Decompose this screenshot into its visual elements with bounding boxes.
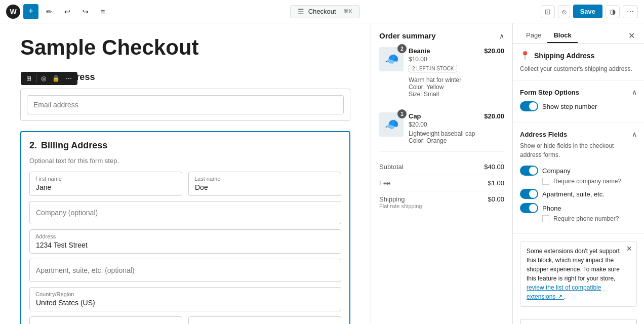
- apartment-toggle-row: Apartment, suite, etc.: [520, 189, 637, 199]
- country-field: Country/Region: [29, 287, 341, 311]
- show-step-number-label: Show step number: [542, 103, 597, 110]
- settings-button[interactable]: ⋯: [623, 5, 638, 18]
- email-section: 1. Email Address ⊞ ◎ 🔒 ⋯: [20, 72, 350, 121]
- edit-mode-button[interactable]: ✏: [42, 5, 57, 18]
- first-name-label: First name: [35, 176, 62, 182]
- beanie-name: Beanie: [409, 47, 430, 55]
- order-item-beanie: 🧢 2 Beanie $20.00 $10.00 2 LEFT IN STOCK…: [379, 47, 504, 105]
- billing-optional-text: Optional text for this form step.: [29, 157, 341, 165]
- phone-toggle[interactable]: [520, 203, 538, 213]
- email-input[interactable]: [27, 95, 344, 114]
- keyboard-shortcut: ⌘K: [343, 8, 352, 15]
- company-option: Company Require company name?: [520, 166, 637, 185]
- address-fields-section: Address Fields ∧ Show or hide fields in …: [513, 123, 644, 234]
- editor-area: Sample Checkout 1. Email Address ⊞ ◎ 🔒 ⋯: [0, 23, 371, 324]
- company-option-label: Company: [542, 167, 571, 175]
- shipping-address-section: 📍 Shipping Address Collect your customer…: [513, 44, 644, 81]
- title-bar[interactable]: ☰ Checkout ⌘K: [290, 5, 360, 18]
- cap-base-price: $20.00: [409, 121, 504, 128]
- state-input[interactable]: [188, 316, 341, 324]
- notice-close-button[interactable]: ✕: [626, 245, 632, 253]
- beanie-base-price: $10.00: [409, 56, 504, 63]
- notice-link[interactable]: review the list of compatible extensions…: [527, 284, 601, 300]
- country-label: Country/Region: [35, 291, 74, 297]
- phone-option-label: Phone: [542, 205, 561, 212]
- shipping-sub-label: Flat rate shipping: [379, 203, 422, 209]
- apartment-option: Apartment, suite, etc.: [520, 189, 637, 199]
- show-step-number-toggle[interactable]: [520, 101, 538, 111]
- toolbar: W + ✏ ↩ ↪ ≡ ☰ Checkout ⌘K ⊡ ⎋ Save ◑ ⋯: [0, 0, 644, 23]
- beanie-name-price: Beanie $20.00: [409, 47, 504, 55]
- block-lock-button[interactable]: 🔒: [50, 74, 62, 83]
- main-layout: Sample Checkout 1. Email Address ⊞ ◎ 🔒 ⋯: [0, 23, 644, 324]
- close-panel-button[interactable]: ✕: [626, 28, 637, 43]
- company-input[interactable]: [29, 201, 341, 224]
- shipping-value: $0.00: [488, 195, 504, 209]
- beanie-icon: 🧢: [385, 53, 398, 66]
- apartment-toggle[interactable]: [520, 189, 538, 199]
- shipping-address-desc: Collect your customer's shipping address…: [520, 64, 637, 73]
- panel-tabs: Page Block ✕: [513, 23, 644, 44]
- external-link-button[interactable]: ⎋: [558, 5, 570, 18]
- add-block-button[interactable]: +: [23, 4, 38, 19]
- block-location-button[interactable]: ◎: [38, 74, 49, 83]
- beanie-qty-badge: 2: [397, 44, 407, 53]
- beanie-details: Beanie $20.00 $10.00 2 LEFT IN STOCK War…: [409, 47, 504, 98]
- shipping-address-header: 📍 Shipping Address: [520, 51, 637, 60]
- view-button[interactable]: ⊡: [541, 5, 555, 18]
- beanie-price: $20.00: [484, 47, 504, 55]
- tab-block[interactable]: Block: [547, 28, 577, 43]
- form-step-options-header: Form Step Options ∧: [520, 88, 637, 96]
- email-input-container: ⊞ ◎ 🔒 ⋯: [20, 89, 350, 121]
- require-phone-row: Require phone number?: [542, 215, 637, 222]
- country-input[interactable]: [29, 287, 341, 311]
- cap-qty-badge: 1: [397, 109, 407, 118]
- apartment-field: [29, 259, 341, 282]
- save-button[interactable]: Save: [573, 5, 602, 18]
- city-field: [29, 316, 182, 324]
- require-company-checkbox[interactable]: [542, 178, 549, 185]
- billing-section-title: Billing Address: [41, 140, 107, 151]
- cap-image: 🧢 1: [379, 112, 404, 137]
- toolbar-right: ⊡ ⎋ Save ◑ ⋯: [541, 5, 638, 18]
- apartment-input[interactable]: [29, 259, 341, 282]
- company-field: [29, 201, 341, 224]
- billing-section-header: 2. Billing Address: [29, 140, 341, 151]
- collapse-address-fields-button[interactable]: ∧: [632, 130, 637, 138]
- block-more-button[interactable]: ⋯: [63, 74, 74, 83]
- company-toggle[interactable]: [520, 166, 538, 176]
- fee-label: Fee: [379, 179, 390, 187]
- undo-button[interactable]: ↩: [60, 5, 75, 18]
- document-icon: ☰: [298, 8, 304, 16]
- form-step-options-section: Form Step Options ∧ Show step number: [513, 81, 644, 123]
- city-input[interactable]: [29, 316, 182, 324]
- block-layout-button[interactable]: ⊞: [24, 74, 34, 83]
- fee-value: $1.00: [488, 179, 504, 187]
- city-state-row: [29, 316, 341, 324]
- cap-price: $20.00: [484, 112, 504, 120]
- show-step-number-row: Show step number: [520, 101, 637, 111]
- order-item-cap: 🧢 1 Cap $20.00 $20.00 Lightweight baseba…: [379, 112, 504, 152]
- state-field: [188, 316, 341, 324]
- first-name-field: First name: [29, 172, 182, 196]
- shipping-label: Shipping: [379, 195, 422, 203]
- right-panel: Page Block ✕ 📍 Shipping Address Collect …: [512, 23, 644, 324]
- shipping-label-group: Shipping Flat rate shipping: [379, 195, 422, 209]
- order-totals: Subtotal $40.00 Fee $1.00 Shipping Flat …: [379, 159, 504, 213]
- phone-option: Phone Require phone number?: [520, 203, 637, 222]
- address-input[interactable]: [29, 229, 341, 254]
- require-phone-checkbox[interactable]: [542, 215, 549, 222]
- order-summary-panel: Order summary ∧ 🧢 2 Beanie $20.00 $10.00…: [371, 23, 512, 324]
- beanie-image: 🧢 2: [379, 47, 404, 71]
- redo-button[interactable]: ↪: [78, 5, 93, 18]
- toolbar-center: ☰ Checkout ⌘K: [113, 5, 536, 18]
- beanie-description: Warm hat for winter Color: Yellow Size: …: [409, 76, 504, 98]
- collapse-form-step-button[interactable]: ∧: [632, 88, 637, 96]
- order-summary-title: Order summary: [379, 31, 436, 40]
- notice-banner: ✕ Some extensions don't yet support this…: [520, 241, 637, 307]
- collapse-chevron-icon[interactable]: ∧: [499, 32, 504, 40]
- editor-style-button[interactable]: ◑: [606, 5, 620, 18]
- switch-checkout-button[interactable]: Switch to classic checkout: [520, 319, 637, 324]
- menu-button[interactable]: ≡: [96, 5, 109, 18]
- tab-page[interactable]: Page: [520, 28, 547, 43]
